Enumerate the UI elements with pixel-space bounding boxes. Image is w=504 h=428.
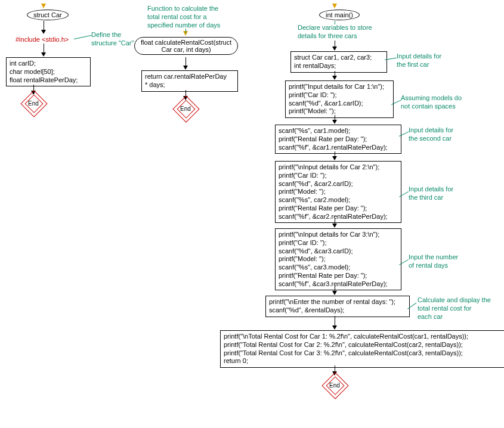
input1b-block: scanf("%s", car1.model); printf("Rental …: [275, 125, 401, 154]
arrowhead: [41, 30, 46, 34]
end-node-col3: End: [326, 376, 344, 394]
comment-connector: [74, 35, 92, 39]
arrowhead: [332, 224, 337, 228]
declare-block: struct Car car1, car2, car3; int rentalD…: [290, 51, 387, 73]
comment-define-struct: Define the structure "Car": [91, 31, 134, 48]
input2-block: printf("\nInput details for Car 2:\n"); …: [275, 161, 401, 223]
struct-car-terminal: struct Car: [27, 10, 69, 20]
comment-connector: [185, 29, 187, 33]
arrowhead: [332, 291, 337, 295]
struct-body-block: int carID; char model[50]; float rentalR…: [6, 57, 91, 86]
input3-block: printf("\nInput details for Car 3:\n"); …: [275, 228, 401, 290]
end-node-col2: End: [177, 100, 194, 117]
arrowhead: [332, 325, 337, 330]
entry-arrow-col1: [41, 4, 46, 8]
comment-assume-spaces: Assuming models do not contain spaces: [401, 94, 462, 111]
input1a-block: printf("Input details for Car 1:\n"); pr…: [285, 80, 394, 118]
comment-rental-days: Input the number of rental days: [409, 253, 458, 270]
comment-input-car3: Input details for the third car: [409, 185, 453, 202]
arrowhead: [41, 52, 46, 57]
main-terminal: int main(): [319, 10, 360, 20]
arrowhead: [332, 46, 337, 51]
comment-connector: [335, 21, 336, 24]
entry-arrow-col3: [332, 4, 337, 8]
calculate-block: printf("\nTotal Rental Cost for Car 1: %…: [220, 330, 504, 368]
rental-days-block: printf("\nEnter the number of rental day…: [265, 296, 410, 317]
func-header-terminal: float calculateRentalCost(struct Car car…: [134, 37, 238, 55]
comment-function-desc: Function to calculate the total rental c…: [147, 5, 220, 29]
comment-declare-vars: Declare variables to store details for t…: [298, 24, 372, 41]
arrowhead: [332, 156, 337, 160]
func-body-block: return car.rentalRatePerDay * days;: [141, 70, 238, 92]
arrowhead: [183, 66, 188, 70]
comment-calculate: Calculate and display the total rental c…: [418, 296, 491, 321]
end-node-col1: End: [24, 94, 42, 112]
arrowhead: [332, 76, 337, 80]
include-statement: #include <stdio.h>: [16, 36, 69, 43]
comment-input-car1: Input details for the first car: [397, 52, 441, 69]
comment-input-car2: Input details for the second car: [409, 126, 453, 143]
arrowhead: [332, 120, 337, 124]
